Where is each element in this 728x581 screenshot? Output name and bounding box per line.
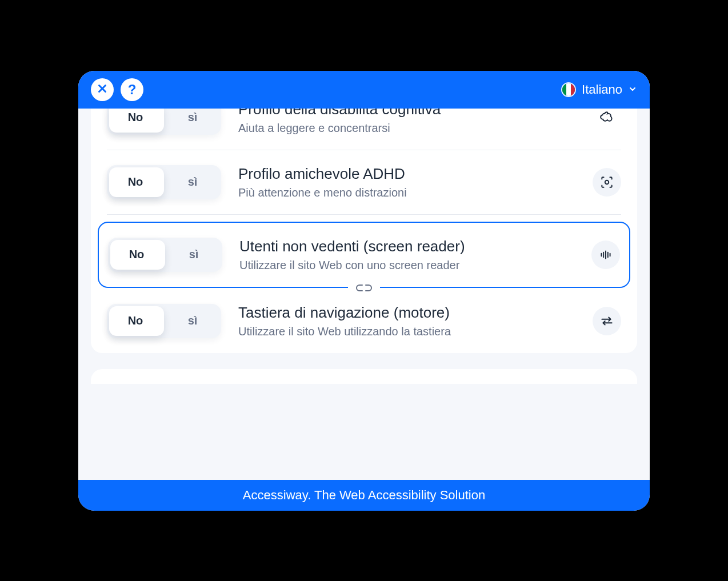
sound-icon xyxy=(591,241,620,269)
profile-text: Profilo della disabilità cognitiva Aiuta… xyxy=(238,109,575,135)
toggle-yes: sì xyxy=(165,238,222,272)
swap-icon xyxy=(593,307,621,335)
profiles-scroll-area[interactable]: No sì Profilo della disabilità cognitiva… xyxy=(78,109,650,480)
close-button[interactable] xyxy=(91,78,114,101)
toggle-no: No xyxy=(107,165,164,199)
profile-text: Tastiera di navigazione (motore) Utilizz… xyxy=(238,304,575,338)
toggle-no: No xyxy=(108,238,165,272)
profile-toggle[interactable]: No sì xyxy=(107,304,221,338)
widget-footer: Accessiway. The Web Accessibility Soluti… xyxy=(78,480,650,511)
profile-toggle[interactable]: No sì xyxy=(107,165,221,199)
chevron-down-icon xyxy=(628,82,637,97)
profile-subtitle: Utilizzare il sito Web utilizzando la ta… xyxy=(238,325,575,338)
profile-title: Profilo della disabilità cognitiva xyxy=(238,109,575,118)
toggle-yes: sì xyxy=(164,304,221,338)
profile-toggle[interactable]: No sì xyxy=(107,109,221,135)
profile-row: No sì Tastiera di navigazione (motore) U… xyxy=(107,289,621,353)
toggle-yes: sì xyxy=(164,165,221,199)
toggle-no: No xyxy=(107,304,164,338)
profile-subtitle: Aiuta a leggere e concentrarsi xyxy=(238,122,575,135)
question-icon: ? xyxy=(128,82,137,98)
widget-header: ? Italiano xyxy=(78,71,650,109)
toggle-no: No xyxy=(107,109,164,135)
link-icon xyxy=(348,282,380,296)
profiles-card: No sì Profilo della disabilità cognitiva… xyxy=(91,109,637,353)
profile-title: Tastiera di navigazione (motore) xyxy=(238,304,575,322)
language-label: Italiano xyxy=(582,82,622,97)
close-icon xyxy=(96,82,109,97)
help-button[interactable]: ? xyxy=(121,78,143,101)
profile-text: Profilo amichevole ADHD Più attenzione e… xyxy=(238,165,575,199)
profile-text: Utenti non vedenti (screen reader) Utili… xyxy=(239,238,574,272)
profile-row: No sì Profilo della disabilità cognitiva… xyxy=(107,109,621,150)
profile-title: Utenti non vedenti (screen reader) xyxy=(239,238,574,255)
svg-point-2 xyxy=(605,180,609,184)
profile-title: Profilo amichevole ADHD xyxy=(238,165,575,183)
profile-subtitle: Utilizzare il sito Web con uno screen re… xyxy=(239,259,574,272)
language-selector[interactable]: Italiano xyxy=(561,82,637,97)
toggle-yes: sì xyxy=(164,109,221,135)
profile-subtitle: Più attenzione e meno distrazioni xyxy=(238,186,575,199)
italy-flag-icon xyxy=(561,82,576,97)
focus-icon xyxy=(593,168,621,197)
profile-row-highlighted: No sì Utenti non vedenti (screen reader)… xyxy=(98,222,630,288)
profile-row: No sì Profilo amichevole ADHD Più attenz… xyxy=(107,150,621,215)
next-section-peek xyxy=(91,369,637,384)
accessibility-widget: ? Italiano No sì Profilo della disabilit… xyxy=(78,71,650,511)
footer-tagline: Accessiway. The Web Accessibility Soluti… xyxy=(243,488,485,502)
profile-toggle[interactable]: No sì xyxy=(108,238,222,272)
cloud-icon xyxy=(593,109,621,132)
